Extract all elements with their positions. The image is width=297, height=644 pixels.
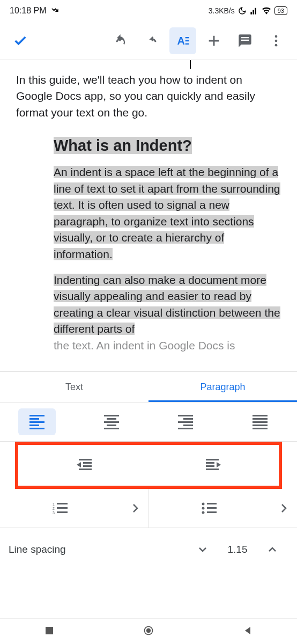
document-canvas[interactable]: In this guide, we'll teach you how to in… — [0, 60, 297, 371]
doc-intro[interactable]: In this guide, we'll teach you how to in… — [16, 72, 281, 121]
alignment-row — [0, 402, 297, 441]
svg-rect-18 — [57, 507, 68, 509]
numbered-list-more-button[interactable] — [122, 503, 148, 514]
status-time: 10:18 PM — [10, 6, 46, 16]
nav-home-button[interactable] — [143, 625, 154, 638]
svg-point-21 — [202, 503, 204, 506]
comment-button[interactable] — [232, 27, 258, 54]
svg-rect-26 — [207, 511, 217, 513]
redo-button[interactable] — [138, 27, 165, 54]
chevron-down-icon — [197, 544, 208, 555]
svg-text:2: 2 — [53, 507, 55, 510]
svg-rect-7 — [79, 459, 92, 460]
confirm-button[interactable] — [7, 27, 34, 54]
svg-rect-2 — [185, 40, 189, 41]
svg-point-29 — [146, 628, 151, 632]
more-button[interactable] — [263, 27, 289, 54]
indent-row-highlight — [15, 442, 282, 489]
triangle-left-icon — [242, 625, 253, 636]
svg-rect-11 — [206, 459, 219, 460]
doc-p2[interactable]: Indenting can also make a document more … — [54, 272, 281, 354]
svg-point-25 — [202, 511, 204, 514]
align-right-button[interactable] — [167, 408, 204, 435]
wifi-icon — [262, 6, 271, 16]
svg-rect-3 — [185, 43, 189, 44]
decrease-indent-icon — [75, 458, 93, 473]
svg-rect-24 — [207, 507, 217, 509]
svg-point-5 — [275, 39, 278, 42]
square-icon — [44, 625, 55, 636]
svg-rect-9 — [83, 465, 92, 467]
battery-indicator: 93 — [274, 6, 287, 15]
moon-icon — [238, 6, 247, 15]
bulleted-list-more-button[interactable] — [270, 503, 297, 514]
svg-text:1: 1 — [53, 502, 55, 506]
decrease-indent-button[interactable] — [18, 445, 148, 486]
bulleted-list-button[interactable] — [149, 502, 271, 515]
svg-text:3: 3 — [53, 511, 55, 515]
line-spacing-label: Line spacing — [9, 544, 187, 555]
line-spacing-row: Line spacing 1.15 — [0, 528, 297, 571]
signal-icon — [250, 6, 258, 15]
line-spacing-value: 1.15 — [219, 544, 256, 555]
format-button[interactable]: A — [169, 27, 196, 54]
format-panel: Text Paragraph — [0, 371, 297, 571]
circle-icon — [143, 625, 154, 636]
bulleted-list-icon — [202, 502, 218, 515]
android-nav-bar — [0, 618, 297, 644]
svg-rect-27 — [46, 627, 53, 634]
list-row: 1 2 3 — [0, 489, 297, 528]
doc-heading[interactable]: What is an Indent? — [54, 137, 281, 155]
increase-indent-icon — [205, 458, 223, 473]
svg-rect-20 — [57, 511, 68, 513]
nav-back-button[interactable] — [242, 625, 253, 638]
status-netspeed: 3.3KB/s — [209, 6, 235, 15]
missed-call-icon — [50, 6, 59, 15]
tab-paragraph[interactable]: Paragraph — [148, 372, 297, 402]
increase-indent-button[interactable] — [148, 445, 279, 486]
svg-point-4 — [275, 35, 278, 38]
tab-text[interactable]: Text — [0, 372, 148, 402]
svg-rect-16 — [57, 503, 68, 504]
insert-button[interactable] — [201, 27, 227, 54]
svg-point-23 — [202, 507, 204, 510]
svg-rect-14 — [206, 469, 219, 470]
status-bar: 10:18 PM 3.3KB/s 93 — [0, 0, 297, 21]
numbered-list-button[interactable]: 1 2 3 — [0, 502, 122, 515]
chevron-right-icon — [132, 503, 138, 514]
svg-point-6 — [275, 43, 278, 46]
doc-p1[interactable]: An indent is a space left at the beginni… — [54, 164, 281, 262]
svg-rect-1 — [185, 37, 189, 38]
chevron-up-icon — [267, 544, 278, 555]
svg-rect-12 — [206, 462, 214, 464]
svg-text:A: A — [177, 35, 185, 47]
align-justify-button[interactable] — [241, 408, 279, 435]
nav-recent-button[interactable] — [44, 625, 55, 638]
chevron-right-icon — [280, 503, 287, 514]
svg-rect-13 — [206, 465, 214, 467]
panel-tabs: Text Paragraph — [0, 372, 297, 402]
undo-button[interactable] — [107, 27, 134, 54]
line-spacing-decrease-button[interactable] — [187, 544, 219, 555]
line-spacing-increase-button[interactable] — [256, 544, 288, 555]
svg-rect-22 — [207, 503, 217, 504]
text-cursor — [190, 60, 191, 69]
app-toolbar: A — [0, 21, 297, 60]
numbered-list-icon: 1 2 3 — [53, 502, 69, 515]
align-left-button[interactable] — [18, 408, 56, 435]
align-center-button[interactable] — [93, 408, 130, 435]
svg-rect-8 — [83, 462, 92, 464]
svg-rect-10 — [79, 469, 92, 470]
